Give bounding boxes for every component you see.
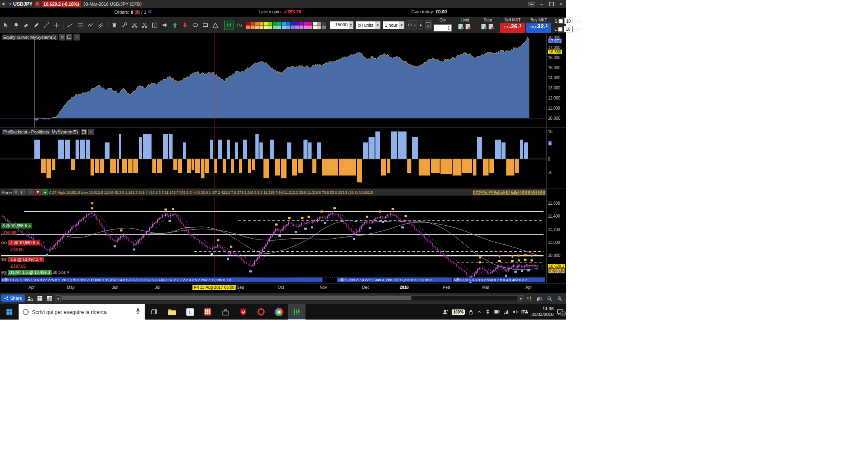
panel-window-icon[interactable]	[20, 189, 26, 195]
color-swatch[interactable]	[304, 25, 308, 29]
chart-style-button[interactable]: ▼	[407, 20, 417, 30]
user-search-icon[interactable]	[26, 294, 34, 302]
triangle-icon[interactable]	[211, 21, 220, 30]
color-swatch[interactable]	[251, 22, 255, 25]
segment-icon[interactable]	[65, 21, 75, 30]
l-pips-input[interactable]: 10	[564, 26, 573, 32]
color-swatch[interactable]	[277, 22, 281, 25]
color-swatch[interactable]	[299, 22, 303, 25]
color-swatch[interactable]	[282, 22, 286, 25]
taskbar-app-grid[interactable]	[199, 304, 217, 320]
limit-sell-order-icon[interactable]	[465, 23, 472, 32]
pencil-icon[interactable]	[32, 21, 41, 30]
channel-icon[interactable]	[96, 21, 105, 30]
chart-search-icon[interactable]	[535, 294, 544, 302]
color-swatch[interactable]	[308, 22, 312, 25]
chevron-up-icon[interactable]	[477, 309, 482, 314]
color-swatch[interactable]	[295, 25, 299, 29]
indicator-candles-icon[interactable]	[224, 21, 234, 30]
zoom-in-icon[interactable]	[556, 294, 564, 302]
taskbar-app-lightshot[interactable]: L	[181, 304, 199, 320]
color-swatch[interactable]	[282, 25, 286, 29]
arrow-right-icon[interactable]	[160, 21, 169, 30]
color-swatch[interactable]	[273, 25, 277, 29]
qty-input[interactable]: 1	[434, 24, 452, 32]
buy-marker-icon[interactable]: ▲	[42, 189, 48, 195]
info-badge[interactable]: i	[35, 2, 40, 6]
buy-mkt-button[interactable]: 10,632.2	[526, 23, 551, 33]
minimize-button[interactable]: –	[538, 1, 545, 7]
taskbar-app-mcafee[interactable]	[234, 304, 252, 320]
positions-chart[interactable]	[0, 129, 546, 189]
color-swatch[interactable]	[255, 25, 259, 29]
pointer-icon[interactable]	[1, 21, 11, 30]
stepper-arrows-icon[interactable]: ▲▼	[349, 21, 353, 29]
start-button[interactable]	[0, 304, 19, 320]
zoom-out-icon[interactable]	[546, 294, 554, 302]
eraser-icon[interactable]	[21, 21, 31, 30]
sell-marker-icon[interactable]: ▼	[35, 189, 41, 195]
people-icon[interactable]	[442, 309, 449, 315]
color-swatch[interactable]	[313, 22, 317, 25]
l-checkbox[interactable]	[558, 27, 563, 32]
panel-window-icon[interactable]	[81, 129, 87, 135]
color-swatch[interactable]	[304, 22, 308, 25]
color-swatch[interactable]	[299, 25, 303, 29]
task-view-button[interactable]	[145, 304, 163, 320]
price-chart[interactable]	[0, 189, 546, 283]
instrument-dropdown-icon[interactable]: ▾	[9, 2, 11, 6]
speaker-icon[interactable]	[2, 1, 7, 7]
touch-hand-icon[interactable]	[468, 309, 474, 315]
trendline-icon[interactable]	[42, 21, 51, 30]
color-swatch[interactable]	[246, 25, 250, 29]
color-swatch[interactable]	[291, 22, 295, 25]
units-select[interactable]: (x) units▼	[356, 21, 381, 29]
close-position-icon[interactable]: ×	[28, 224, 31, 228]
scroll-left-button[interactable]: ◄	[55, 295, 61, 302]
expand-button[interactable]: ►	[419, 20, 423, 30]
s-pips-input[interactable]: 10	[564, 18, 573, 24]
color-swatch[interactable]	[308, 25, 312, 29]
share-button[interactable]: Share	[1, 294, 25, 302]
color-swatch[interactable]	[295, 22, 299, 25]
color-swatch[interactable]	[322, 25, 326, 29]
sell-mkt-button[interactable]: 10,626.3	[500, 23, 525, 33]
color-swatch[interactable]	[291, 25, 295, 29]
color-swatch[interactable]	[251, 25, 255, 29]
keyboard-icon[interactable]	[529, 1, 535, 7]
language-indicator[interactable]: ITA	[521, 309, 528, 314]
taskbar-app-trading-platform[interactable]	[288, 304, 305, 320]
rectangle-icon[interactable]	[200, 21, 210, 30]
color-swatch[interactable]	[322, 22, 326, 25]
limit-buy-order-icon[interactable]	[458, 23, 464, 32]
taskbar-clock[interactable]: 14:3631/03/2018	[531, 306, 554, 318]
down-arrow-icon[interactable]	[180, 21, 190, 30]
color-swatch[interactable]	[268, 25, 272, 29]
network-signal-icon[interactable]	[504, 309, 509, 315]
panel-close-icon[interactable]: ×	[74, 34, 80, 40]
color-swatch[interactable]	[317, 22, 321, 25]
color-swatch[interactable]	[259, 22, 263, 25]
battery-icon[interactable]	[494, 309, 500, 314]
panel-settings-icon[interactable]: ⚙	[59, 34, 65, 40]
timeframe-select[interactable]: 1 hour▼	[383, 21, 405, 29]
wrench-icon[interactable]	[120, 21, 129, 30]
taskbar-app-chrome[interactable]	[270, 304, 288, 320]
color-swatch[interactable]	[317, 25, 321, 29]
cancel-orders-icon[interactable]: ×	[135, 10, 140, 15]
color-swatch[interactable]	[259, 25, 263, 29]
scrollbar-thumb[interactable]	[61, 296, 411, 300]
color-swatch[interactable]	[286, 22, 290, 25]
color-swatch[interactable]	[273, 22, 277, 25]
color-swatch[interactable]	[313, 25, 317, 29]
report-sheet-icon[interactable]	[45, 294, 53, 302]
scissors2-icon[interactable]	[140, 21, 149, 30]
microphone-icon[interactable]	[135, 308, 141, 316]
stop-buy-order-icon[interactable]	[481, 23, 487, 32]
order-gears-icon[interactable]: ⚙⚙	[1, 257, 6, 262]
battery-percent-chip[interactable]: 100%	[452, 309, 465, 315]
order-gears-icon[interactable]: ⚙⚙	[1, 241, 6, 245]
scroll-right-button[interactable]: ►	[518, 295, 524, 302]
candlestick-zoom-icon[interactable]	[525, 294, 533, 302]
panel-window-icon[interactable]	[66, 34, 72, 40]
